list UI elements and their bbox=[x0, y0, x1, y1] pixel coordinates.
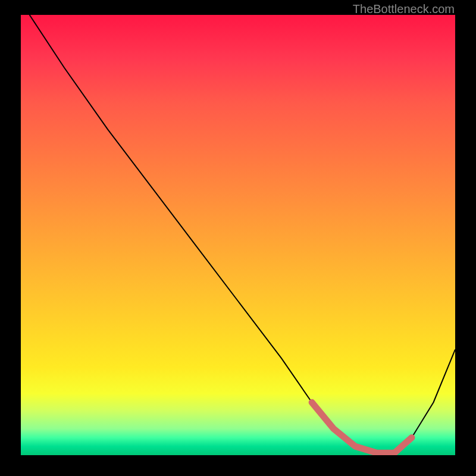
chart-container: TheBottleneck.com bbox=[0, 0, 476, 476]
chart-svg bbox=[21, 15, 455, 455]
watermark-text: TheBottleneck.com bbox=[353, 2, 455, 16]
plot-area bbox=[21, 15, 455, 455]
highlight-segment-path bbox=[312, 402, 412, 453]
main-curve-path bbox=[30, 15, 455, 453]
